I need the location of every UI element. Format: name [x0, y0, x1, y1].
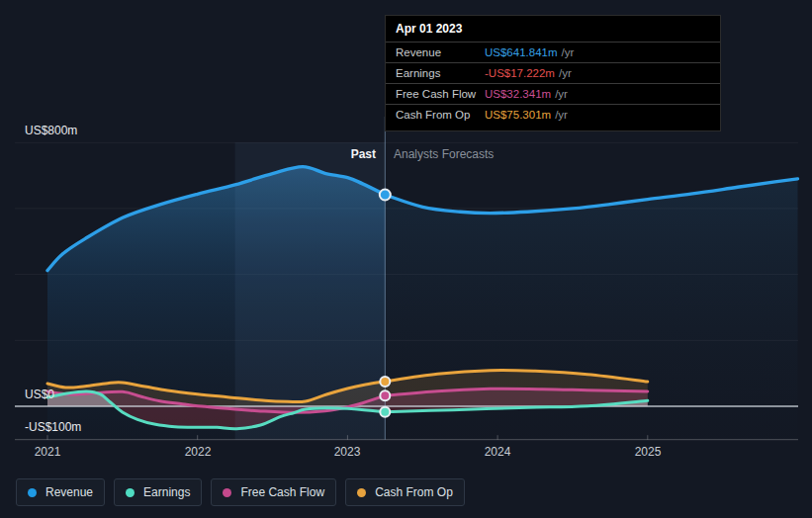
- legend-item-fcf[interactable]: Free Cash Flow: [211, 478, 336, 506]
- legend-item-label: Earnings: [143, 485, 190, 499]
- tooltip-row-cashop: Cash From OpUS$75.301m/yr: [386, 104, 720, 125]
- marker-cashop[interactable]: [380, 377, 390, 387]
- highlight-band: [235, 142, 386, 440]
- marker-fcf[interactable]: [380, 390, 390, 400]
- past-region-label: Past: [351, 147, 376, 161]
- tooltip-row-fcf: Free Cash FlowUS$32.341m/yr: [386, 83, 720, 104]
- y-axis-label: US$0: [25, 388, 54, 401]
- y-axis-label: -US$100m: [25, 420, 81, 434]
- x-axis-label: 2024: [485, 445, 511, 459]
- tooltip-row-unit: /yr: [562, 46, 575, 58]
- fcf-series-color-dot: [223, 488, 231, 497]
- forecast-region-label: Analysts Forecasts: [394, 147, 494, 161]
- y-axis-label: US$800m: [25, 124, 77, 137]
- stock-financials-chart: US$800mUS$0-US$100m20212022202320242025 …: [0, 0, 812, 518]
- legend-item-earnings[interactable]: Earnings: [114, 478, 202, 506]
- legend-item-label: Revenue: [45, 485, 93, 499]
- tooltip-row-label: Cash From Op: [396, 109, 485, 121]
- tooltip-row-value: -US$17.222m: [485, 67, 555, 79]
- chart-legend: RevenueEarningsFree Cash FlowCash From O…: [16, 478, 465, 506]
- chart-tooltip: Apr 01 2023 RevenueUS$641.841m/yrEarning…: [385, 15, 721, 131]
- legend-item-revenue[interactable]: Revenue: [16, 478, 105, 506]
- earnings-series-color-dot: [126, 488, 135, 497]
- tooltip-row-value: US$641.841m: [485, 46, 558, 58]
- x-axis-label: 2025: [635, 445, 662, 459]
- legend-item-label: Cash From Op: [375, 485, 453, 499]
- x-axis-label: 2021: [35, 445, 61, 459]
- tooltip-row-value: US$32.341m: [485, 88, 551, 100]
- legend-item-cashop[interactable]: Cash From Op: [345, 478, 465, 506]
- revenue-series-color-dot: [28, 488, 37, 497]
- tooltip-row-label: Revenue: [396, 46, 485, 58]
- marker-earnings[interactable]: [380, 407, 390, 417]
- tooltip-date: Apr 01 2023: [386, 16, 720, 42]
- tooltip-row-label: Free Cash Flow: [396, 88, 485, 100]
- marker-revenue[interactable]: [380, 190, 391, 201]
- legend-item-label: Free Cash Flow: [240, 485, 324, 499]
- tooltip-row-revenue: RevenueUS$641.841m/yr: [386, 42, 720, 62]
- x-axis-label: 2022: [185, 445, 212, 459]
- tooltip-row-unit: /yr: [559, 67, 572, 79]
- tooltip-row-earnings: Earnings-US$17.222m/yr: [386, 62, 720, 83]
- x-axis-label: 2023: [334, 445, 361, 459]
- tooltip-row-label: Earnings: [396, 67, 485, 79]
- tooltip-row-value: US$75.301m: [485, 109, 551, 121]
- cashop-series-color-dot: [357, 488, 366, 497]
- tooltip-row-unit: /yr: [555, 88, 568, 100]
- tooltip-row-unit: /yr: [555, 109, 568, 121]
